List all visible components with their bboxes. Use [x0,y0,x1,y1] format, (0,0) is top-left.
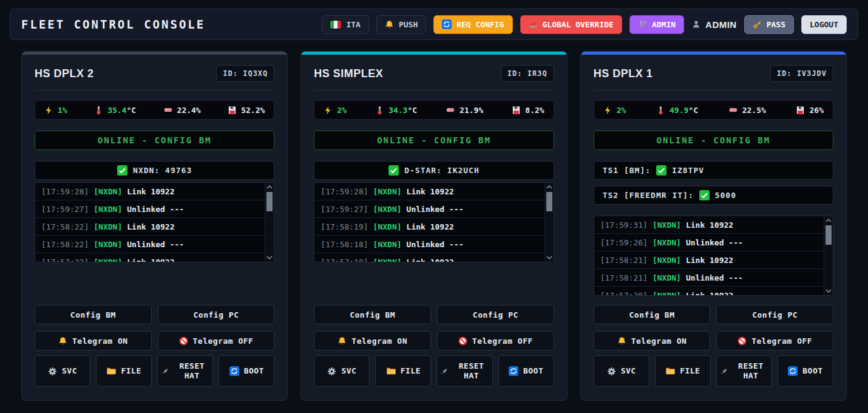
scroll-up-icon[interactable] [266,185,273,189]
sync-icon [509,366,518,376]
bolt-icon [324,106,333,115]
plug-icon [161,367,169,376]
config-bm-button[interactable]: Config BM [314,305,431,324]
file-button[interactable]: FILE [96,355,152,387]
cards-grid: HS DPLX 2 ID: IQ3XQ 1% 35.4°C 22.4% 52.2… [0,40,868,413]
network-value: NXDN: 49763 [133,166,192,175]
telegram-off-button[interactable]: Telegram OFF [437,331,554,350]
network-label: TS2 [FREEDMR IT]: [603,191,694,200]
log-panel: [17:59:28][NXDN]Link 10922 [17:59:27][NX… [35,182,274,262]
language-label: ITA [346,20,360,29]
plug-icon [440,367,449,376]
top-bar: FLEET CONTROL CONSOLE ITA PUSH REQ CONFI… [10,9,858,40]
language-button[interactable]: ITA [322,15,368,34]
divider [35,90,274,90]
power-stat: 2% [603,106,626,115]
config-pc-button[interactable]: Config PC [716,305,833,324]
scrollbar[interactable] [824,216,833,295]
check-icon [117,165,127,176]
svc-button[interactable]: SVC [35,355,90,387]
pass-button[interactable]: PASS [744,15,794,34]
scrollbar[interactable] [544,183,554,262]
logged-in-user: ADMIN [691,19,737,30]
log-row: [17:58:18][NXDN]Unlinked --- [314,236,544,253]
network-row: NXDN: 49763 [35,161,274,180]
status-banner: ONLINE - CONFIG BM [35,131,274,150]
file-button[interactable]: FILE [375,355,431,387]
reset-hat-button[interactable]: RESET HAT [157,355,213,387]
disk-stat: 8.2% [512,106,544,115]
gear-icon [327,367,336,376]
no-entry-icon [737,336,747,346]
folder-icon [106,366,116,376]
scrollbar-thumb[interactable] [546,192,552,211]
divider [594,90,833,90]
scroll-up-icon[interactable] [546,185,552,189]
req-config-button[interactable]: REQ CONFIG [433,15,512,34]
scrollbar-thumb[interactable] [266,192,273,211]
scrollbar[interactable] [265,183,274,262]
telegram-off-button[interactable]: Telegram OFF [716,331,833,350]
network-row-ts1: TS1 [BM]: IZ8TPV [594,161,833,180]
config-pc-button[interactable]: Config PC [158,305,275,324]
card-accent-bar [581,52,846,55]
stats-bar: 2% 49.9°C 22.5% 26% [594,100,833,120]
scrollbar-thumb[interactable] [826,225,832,245]
telegram-on-button[interactable]: Telegram ON [594,331,711,350]
config-bm-button[interactable]: Config BM [35,305,152,324]
svc-button[interactable]: SVC [594,355,649,387]
cpu-stat: 22.5% [728,105,766,115]
device-id-badge: ID: IQ3XQ [216,65,274,82]
scroll-down-icon[interactable] [826,289,832,293]
status-banner: ONLINE - CONFIG BM [594,131,833,150]
user-bust-icon [691,19,701,29]
logout-button[interactable]: LOGOUT [801,15,847,34]
push-button[interactable]: PUSH [376,15,426,34]
disk-stat: 26% [796,106,823,115]
reset-hat-button[interactable]: RESET HAT [436,355,492,387]
brain-icon [163,105,173,115]
scroll-down-icon[interactable] [546,256,552,259]
stats-bar: 1% 35.4°C 22.4% 52.2% [35,100,274,120]
thermometer-icon [94,106,103,115]
boot-button[interactable]: BOOT [219,355,274,387]
admin-button[interactable]: ADMIN [629,15,684,34]
log-row: [17:59:28][NXDN]Link 10922 [35,183,265,200]
power-stat: 1% [44,106,67,115]
card-title: HS DPLX 1 [594,67,653,80]
card-accent-bar [22,52,287,55]
log-row: [17:59:31][NXDN]Link 10922 [594,216,824,234]
boot-button[interactable]: BOOT [778,355,833,387]
telegram-on-button[interactable]: Telegram ON [35,331,152,350]
scroll-down-icon[interactable] [266,256,273,259]
thermometer-icon [375,106,384,115]
network-value: 5000 [715,191,736,200]
italy-flag-icon [330,21,341,29]
power-stat: 2% [324,106,347,115]
sync-icon [788,366,798,376]
floppy-icon [512,106,521,115]
reset-hat-button[interactable]: RESET HAT [716,355,772,387]
scroll-up-icon[interactable] [826,219,832,222]
network-label: TS1 [BM]: [603,166,651,175]
bell-icon [58,336,67,346]
app-title: FLEET CONTROL CONSOLE [21,18,205,31]
svc-button[interactable]: SVC [314,355,370,387]
telegram-off-button[interactable]: Telegram OFF [158,331,275,350]
config-bm-button[interactable]: Config BM [594,305,711,324]
config-pc-button[interactable]: Config PC [437,305,554,324]
brain-icon [446,105,455,115]
device-id-badge: ID: IV3JDV [770,65,833,82]
telegram-on-button[interactable]: Telegram ON [314,331,431,350]
log-row: [17:57:22][NXDN]Link 10922 [35,253,265,262]
device-id-badge: ID: IR3Q [501,65,554,82]
floppy-icon [228,106,237,115]
stats-bar: 2% 34.3°C 21.9% 8.2% [314,100,554,120]
boot-button[interactable]: BOOT [498,355,554,387]
hotspot-card-hs-dplx-1: HS DPLX 1 ID: IV3JDV 2% 49.9°C 22.5% 26%… [580,51,847,401]
file-button[interactable]: FILE [655,355,711,387]
divider [314,90,554,90]
folder-icon [665,366,675,376]
global-override-button[interactable]: GLOBAL OVERRIDE [520,15,622,34]
temperature-stat: 34.3°C [375,106,417,115]
